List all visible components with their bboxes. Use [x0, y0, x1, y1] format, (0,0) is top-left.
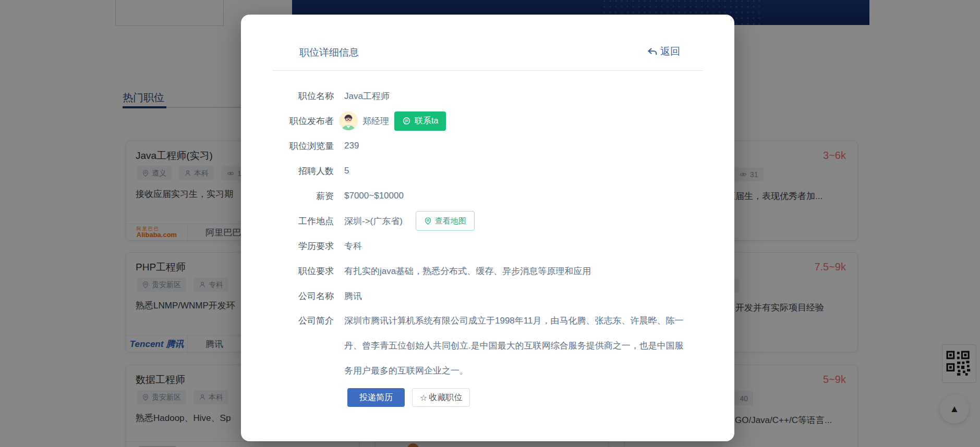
- chat-bubble-icon: [402, 117, 411, 126]
- apply-resume-button[interactable]: 投递简历: [347, 388, 405, 407]
- field-label: 公司名称: [289, 290, 334, 302]
- field-label: 学历要求: [289, 240, 334, 252]
- back-arrow-icon: [646, 47, 657, 57]
- field-row-requirements: 职位要求 有扎实的java基础，熟悉分布式、缓存、异步消息等原理和应用: [289, 258, 707, 283]
- field-row-views: 职位浏览量 239: [289, 133, 707, 158]
- view-map-button[interactable]: 查看地图: [416, 211, 475, 231]
- field-row-job-name: 职位名称 Java工程师: [289, 83, 707, 108]
- field-row-company-name: 公司名称 腾讯: [289, 283, 707, 308]
- back-button[interactable]: 返回: [646, 45, 680, 58]
- favorite-job-button[interactable]: ☆ 收藏职位: [412, 388, 470, 407]
- field-value: 5: [344, 166, 349, 176]
- field-value: $7000~$10000: [344, 191, 404, 201]
- field-value: 有扎实的java基础，熟悉分布式、缓存、异步消息等原理和应用: [344, 265, 591, 277]
- field-label: 招聘人数: [289, 165, 334, 177]
- field-row-education: 学历要求 专科: [289, 233, 707, 258]
- field-value: 深圳->(广东省): [344, 215, 403, 227]
- back-label: 返回: [660, 45, 680, 58]
- field-value: 深圳市腾讯计算机系统有限公司成立于1998年11月，由马化腾、张志东、许晨晔、陈…: [344, 308, 686, 383]
- page-root: 热门职位 Java工程师(实习) 遵义 本科 12 接收应届实习生，实习期 阿里…: [0, 0, 980, 447]
- map-pin-icon: [424, 217, 432, 225]
- field-value: 专科: [344, 240, 362, 252]
- contact-label: 联系ta: [415, 116, 438, 127]
- field-label: 工作地点: [289, 215, 334, 227]
- favorite-label: 收藏职位: [429, 392, 462, 403]
- field-row-publisher: 职位发布者 郑经理 联系ta: [289, 108, 707, 133]
- contact-button[interactable]: 联系ta: [394, 111, 446, 131]
- star-icon: ☆: [420, 393, 427, 403]
- field-row-company-intro: 公司简介 深圳市腾讯计算机系统有限公司成立于1998年11月，由马化腾、张志东、…: [289, 308, 707, 383]
- publisher-name: 郑经理: [362, 115, 389, 127]
- field-label: 职位发布者: [289, 115, 334, 127]
- field-label: 公司简介: [289, 308, 334, 333]
- field-label: 职位名称: [289, 90, 334, 102]
- publisher-avatar: [339, 111, 358, 130]
- modal-header-divider: [272, 70, 703, 71]
- field-label: 职位浏览量: [289, 140, 334, 152]
- field-row-headcount: 招聘人数 5: [289, 158, 707, 183]
- field-value: 腾讯: [344, 290, 362, 302]
- modal-title: 职位详细信息: [299, 46, 359, 59]
- field-row-location: 工作地点 深圳->(广东省) 查看地图: [289, 208, 707, 233]
- field-label: 职位要求: [289, 265, 334, 277]
- field-value: Java工程师: [344, 90, 390, 102]
- modal-actions: 投递简历 ☆ 收藏职位: [347, 388, 470, 407]
- field-label: 薪资: [289, 190, 334, 202]
- job-detail-modal: 职位详细信息 返回 职位名称 Java工程师 职位发布者: [241, 15, 734, 441]
- field-value: 239: [344, 141, 359, 151]
- view-map-label: 查看地图: [435, 216, 466, 226]
- field-row-salary: 薪资 $7000~$10000: [289, 183, 707, 208]
